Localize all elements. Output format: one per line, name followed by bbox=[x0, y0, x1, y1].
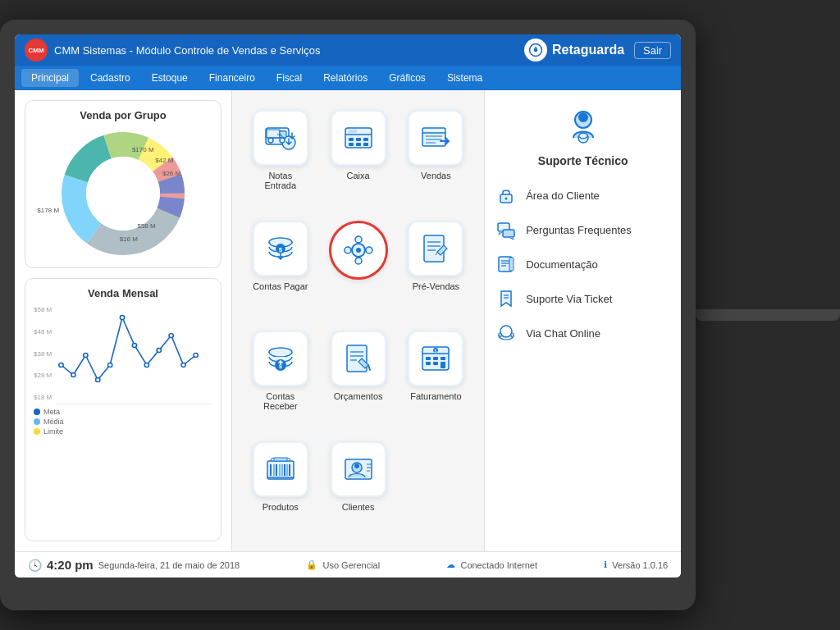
center-panel: Notas Entrada bbox=[232, 90, 484, 551]
via-chat-online-link[interactable]: Via Chat Online bbox=[495, 322, 671, 345]
legend-limite-label: Limite bbox=[43, 427, 63, 436]
support-header: Suporte Técnico bbox=[495, 103, 671, 167]
svg-point-104 bbox=[500, 326, 512, 337]
perguntas-frequentes-text: Perguntas Frequentes bbox=[526, 224, 632, 236]
documentacao-link[interactable]: Documentação bbox=[495, 253, 671, 276]
svg-rect-69 bbox=[433, 357, 438, 360]
retaguarda-label: Retaguarda bbox=[552, 43, 624, 57]
svg-rect-37 bbox=[349, 130, 357, 133]
orcamentos-icon-box bbox=[331, 331, 386, 386]
donut-label-2: $42 M bbox=[155, 157, 173, 164]
hub-icon-box bbox=[329, 221, 388, 280]
svg-rect-33 bbox=[363, 138, 368, 141]
svg-point-17 bbox=[144, 363, 148, 368]
nav-item-grficos[interactable]: Gráficos bbox=[379, 69, 436, 87]
notas-entrada-label: Notas Entrada bbox=[252, 171, 309, 190]
faturamento-label: Faturamento bbox=[410, 391, 461, 401]
nav-item-sistema[interactable]: Sistema bbox=[437, 69, 492, 87]
suporte-ticket-link[interactable]: Suporte Via Ticket bbox=[495, 287, 671, 310]
svg-rect-31 bbox=[349, 138, 354, 141]
retaguarda-icon bbox=[524, 39, 547, 62]
lock-footer-icon: 🔒 bbox=[306, 559, 317, 570]
bookmark-icon bbox=[495, 287, 518, 310]
vendas-label: Vendas bbox=[421, 171, 451, 180]
footer-date: Segunda-feira, 21 de maio de 2018 bbox=[98, 560, 240, 570]
nav-item-relatrios[interactable]: Relatórios bbox=[313, 69, 377, 87]
notas-entrada-icon-box bbox=[253, 110, 308, 166]
menu-contas-pagar[interactable]: $ Contas Pagar bbox=[246, 214, 315, 318]
clientes-label: Clientes bbox=[342, 502, 375, 512]
donut-label-3: $26 M bbox=[162, 170, 180, 177]
main-content: Venda por Grupo bbox=[15, 90, 681, 551]
nav-item-fiscal[interactable]: Fiscal bbox=[267, 69, 312, 87]
footer-uso: Uso Gerencial bbox=[322, 560, 380, 570]
svg-point-10 bbox=[59, 363, 63, 368]
menu-produtos[interactable]: Produtos bbox=[246, 435, 315, 539]
svg-rect-38 bbox=[422, 128, 445, 146]
donut-chart: $170 M $42 M $26 M $178 M $58 M $16 M bbox=[34, 128, 212, 259]
svg-rect-35 bbox=[356, 143, 361, 146]
nav-bar: PrincipalCadastroEstoqueFinanceiroFiscal… bbox=[15, 66, 681, 90]
svg-rect-68 bbox=[426, 357, 431, 360]
bar-chart-card: Venda Mensal $58 M $48 M $38 M $28 M $18… bbox=[25, 278, 221, 541]
menu-caixa[interactable]: Caixa bbox=[324, 103, 393, 208]
svg-point-21 bbox=[194, 354, 198, 358]
nav-item-principal[interactable]: Principal bbox=[21, 69, 79, 87]
svg-rect-71 bbox=[426, 362, 431, 365]
svg-rect-36 bbox=[363, 143, 368, 146]
pre-vendas-icon-box bbox=[408, 221, 463, 276]
menu-faturamento[interactable]: $ Faturamento bbox=[401, 324, 470, 428]
laptop-stand bbox=[696, 309, 840, 321]
nav-item-estoque[interactable]: Estoque bbox=[142, 69, 198, 87]
info-icon: ℹ bbox=[604, 559, 607, 570]
header-right: Retaguarda Sair bbox=[524, 39, 671, 62]
produtos-icon-box bbox=[253, 441, 308, 497]
menu-contas-receber[interactable]: $ Contas Receber bbox=[245, 324, 316, 428]
svg-point-16 bbox=[133, 344, 137, 348]
clientes-icon-box bbox=[331, 441, 386, 497]
svg-point-46 bbox=[355, 258, 362, 264]
svg-rect-86 bbox=[274, 458, 287, 461]
footer-time-section: 🕓 4:20 pm Segunda-feira, 21 de maio de 2… bbox=[28, 558, 240, 572]
contas-receber-icon-box: $ bbox=[253, 331, 308, 386]
suporte-ticket-text: Suporte Via Ticket bbox=[526, 293, 612, 305]
menu-hub[interactable] bbox=[322, 214, 395, 318]
sair-button[interactable]: Sair bbox=[634, 42, 671, 59]
footer-version: Versão 1.0.16 bbox=[612, 560, 668, 570]
svg-line-65 bbox=[368, 365, 370, 370]
faturamento-icon-box: $ bbox=[408, 331, 463, 386]
orcamentos-label: Orçamentos bbox=[334, 391, 383, 401]
menu-clientes[interactable]: Clientes bbox=[324, 435, 393, 539]
svg-point-12 bbox=[84, 354, 88, 358]
area-cliente-link[interactable]: Área do Cliente bbox=[495, 184, 671, 207]
donut-label-1: $170 M bbox=[132, 146, 154, 153]
svg-rect-72 bbox=[433, 362, 438, 365]
svg-point-28 bbox=[280, 138, 285, 143]
legend-media-label: Média bbox=[43, 418, 64, 426]
svg-point-91 bbox=[578, 112, 588, 122]
contas-receber-label: Contas Receber bbox=[252, 391, 309, 411]
legend-media: Média bbox=[34, 418, 212, 426]
nav-item-financeiro[interactable]: Financeiro bbox=[199, 69, 265, 87]
menu-notas-entrada[interactable]: Notas Entrada bbox=[245, 103, 316, 208]
right-panel: Suporte Técnico Área do Cliente bbox=[484, 90, 681, 551]
svg-text:$: $ bbox=[435, 349, 437, 354]
lock-icon bbox=[495, 184, 518, 207]
documentacao-text: Documentação bbox=[526, 258, 597, 271]
svg-point-48 bbox=[366, 247, 372, 253]
donut-chart-card: Venda por Grupo bbox=[25, 100, 221, 268]
svg-point-27 bbox=[268, 138, 273, 143]
app-header: CMM CMM Sistemas - Módulo Controle de Ve… bbox=[15, 34, 681, 66]
svg-rect-70 bbox=[441, 357, 445, 360]
menu-pre-vendas[interactable]: Pré-Vendas bbox=[401, 214, 470, 318]
footer-connection: Conectado Internet bbox=[460, 560, 537, 570]
book-icon bbox=[495, 253, 518, 276]
svg-point-14 bbox=[108, 363, 112, 368]
donut-label-4: $178 M bbox=[37, 207, 59, 214]
perguntas-frequentes-link[interactable]: Perguntas Frequentes bbox=[495, 218, 671, 241]
menu-orcamentos[interactable]: Orçamentos bbox=[324, 324, 393, 428]
nav-item-cadastro[interactable]: Cadastro bbox=[80, 69, 140, 87]
menu-vendas[interactable]: Vendas bbox=[401, 103, 470, 208]
svg-point-1 bbox=[534, 48, 538, 52]
produtos-label: Produtos bbox=[262, 502, 299, 512]
